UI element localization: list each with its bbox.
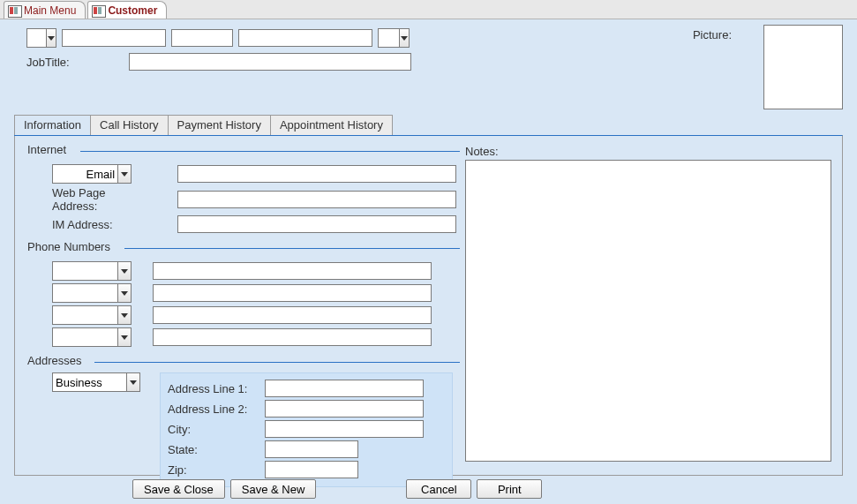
notes-label: Notes:	[465, 145, 831, 158]
address-type-combo[interactable]	[52, 372, 140, 392]
save-close-button[interactable]: Save & Close	[132, 479, 225, 499]
phone-value-input[interactable]	[153, 328, 432, 346]
phone-type-combo[interactable]	[52, 305, 132, 325]
phone-value-input[interactable]	[153, 262, 432, 280]
phone-type-input[interactable]	[53, 262, 117, 280]
group-title-addresses: Addresses	[27, 354, 81, 367]
group-divider	[80, 151, 460, 152]
addr-zip-label: Zip:	[168, 463, 265, 477]
middle-name-input[interactable]	[171, 29, 233, 47]
email-input[interactable]	[177, 165, 456, 183]
document-tabs: Main Menu Customer	[0, 0, 857, 19]
doc-tab-main-menu[interactable]: Main Menu	[4, 1, 86, 19]
notes-area: Notes:	[465, 145, 831, 464]
tab-accent-line	[14, 135, 464, 136]
addr-line2-input[interactable]	[265, 400, 424, 417]
dropdown-icon[interactable]	[46, 29, 56, 47]
dropdown-icon[interactable]	[117, 165, 131, 183]
address-type-input[interactable]	[53, 373, 126, 391]
dropdown-icon[interactable]	[117, 306, 131, 324]
dropdown-icon[interactable]	[126, 373, 139, 391]
addr-line1-label: Address Line 1:	[168, 382, 265, 395]
picture-area: Picture:	[693, 25, 843, 109]
dropdown-icon[interactable]	[399, 29, 409, 47]
tab-payment-history[interactable]: Payment History	[168, 115, 271, 136]
tab-page-information: Internet Web Page Address:	[14, 135, 843, 476]
jobtitle-input[interactable]	[129, 53, 411, 71]
addr-city-input[interactable]	[265, 420, 424, 438]
im-input[interactable]	[177, 215, 456, 233]
webpage-input[interactable]	[177, 191, 456, 208]
form-body: JobTitle: Picture: Information Call Hist…	[0, 19, 857, 504]
dropdown-icon[interactable]	[117, 328, 131, 346]
first-name-input[interactable]	[62, 29, 166, 47]
phone-type-input[interactable]	[53, 328, 117, 346]
email-type-combo[interactable]	[52, 164, 132, 184]
addr-line2-label: Address Line 2:	[168, 402, 265, 416]
title-combo-input[interactable]	[27, 29, 46, 47]
tab-appointment-history[interactable]: Appointment History	[270, 115, 393, 136]
picture-box[interactable]	[763, 25, 843, 109]
doc-tab-label: Customer	[108, 4, 157, 17]
phone-type-combo[interactable]	[52, 283, 132, 303]
group-title-phone: Phone Numbers	[27, 240, 110, 253]
header-area: JobTitle: Picture:	[14, 28, 843, 90]
customer-form-window: Main Menu Customer JobT	[0, 0, 857, 504]
im-label: IM Address:	[27, 218, 151, 231]
suffix-combo[interactable]	[378, 28, 410, 48]
form-icon	[8, 5, 20, 16]
addr-zip-input[interactable]	[265, 461, 358, 478]
suffix-combo-input[interactable]	[379, 29, 399, 47]
last-name-input[interactable]	[238, 29, 372, 47]
group-title-internet: Internet	[27, 143, 66, 156]
phone-type-combo[interactable]	[52, 327, 132, 347]
group-divider	[94, 362, 460, 363]
addr-line1-input[interactable]	[265, 380, 424, 397]
doc-tab-label: Main Menu	[24, 4, 76, 17]
webpage-label: Web Page Address:	[27, 186, 151, 213]
cancel-button[interactable]: Cancel	[406, 479, 471, 499]
print-button[interactable]: Print	[477, 479, 542, 499]
phone-type-input[interactable]	[53, 284, 117, 302]
picture-label: Picture:	[693, 28, 732, 41]
phone-type-combo[interactable]	[52, 261, 132, 281]
addr-city-label: City:	[168, 423, 265, 436]
address-block: Address Line 1: Address Line 2: City: St…	[160, 372, 453, 487]
phone-value-input[interactable]	[153, 284, 432, 302]
dropdown-icon[interactable]	[117, 284, 131, 302]
doc-tab-customer[interactable]: Customer	[87, 1, 167, 19]
button-row: Save & Close Save & New Cancel Print	[0, 479, 857, 499]
phone-value-input[interactable]	[153, 306, 432, 324]
tab-call-history[interactable]: Call History	[90, 115, 168, 136]
jobtitle-label: JobTitle:	[26, 56, 129, 69]
email-type-input[interactable]	[53, 165, 117, 183]
addr-state-label: State:	[168, 443, 265, 456]
phone-type-input[interactable]	[53, 306, 117, 324]
notes-textarea[interactable]	[465, 160, 831, 462]
title-combo[interactable]	[26, 28, 56, 48]
group-divider	[124, 248, 460, 249]
form-icon	[92, 5, 104, 16]
dropdown-icon[interactable]	[117, 262, 131, 280]
sub-tab-control: Information Call History Payment History…	[14, 115, 843, 476]
tab-information[interactable]: Information	[14, 115, 91, 136]
addr-state-input[interactable]	[265, 440, 358, 458]
save-new-button[interactable]: Save & New	[230, 479, 317, 499]
